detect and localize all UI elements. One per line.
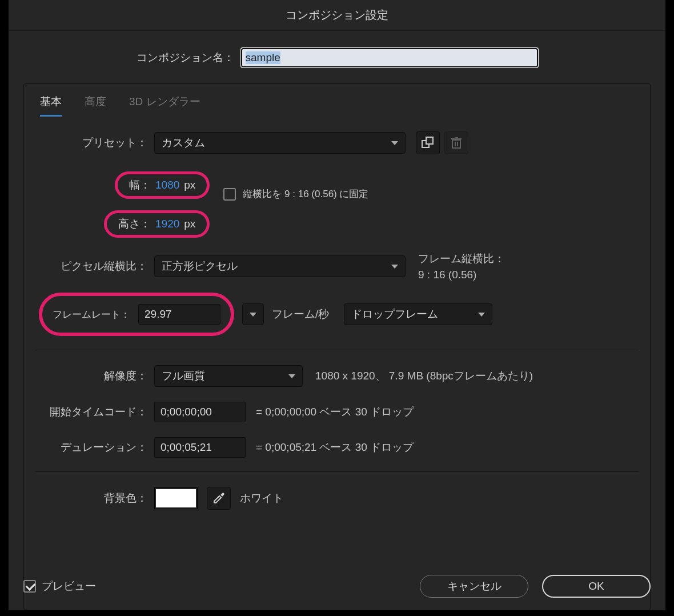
start-timecode-input[interactable] [154,402,246,422]
preset-select[interactable]: カスタム [154,132,406,154]
preset-label: プリセット： [35,135,150,150]
duration-row: デュレーション： = 0;00;05;21 ベース 30 ドロップ [35,437,639,458]
resolution-info: 1080 x 1920、 7.9 MB (8bpcフレームあたり) [315,369,533,383]
tab-3d-renderer[interactable]: 3D レンダラー [129,94,200,117]
width-unit: px [184,179,195,191]
eyedropper-button[interactable] [207,487,231,510]
framerate-label: フレームレート： [53,308,130,321]
preview-label: プレビュー [42,579,96,594]
duration-input[interactable] [154,437,246,458]
duration-label: デュレーション： [35,440,150,455]
resolution-value: フル画質 [162,369,205,383]
chevron-down-icon [288,374,295,378]
start-timecode-info: = 0;00;00;00 ベース 30 ドロップ [256,405,414,419]
width-highlight: 幅： 1080 px [115,171,210,199]
height-value[interactable]: 1920 [155,218,179,230]
bgcolor-row: 背景色： ホワイト [35,487,639,510]
save-preset-button[interactable] [416,131,440,154]
bgcolor-label: 背景色： [35,491,150,506]
bgcolor-name: ホワイト [240,491,283,506]
preview-checkbox-row: プレビュー [23,579,96,594]
frame-aspect-value: 9 : 16 (0.56) [418,269,505,281]
framerate-highlight: フレームレート： [39,293,234,336]
start-timecode-label: 開始タイムコード： [35,405,150,419]
chevron-down-icon [391,141,398,145]
framerate-input[interactable] [138,304,220,325]
resolution-select[interactable]: フル画質 [154,365,303,387]
svg-rect-2 [452,140,460,148]
dialog-title: コンポジション設定 [9,0,665,31]
preset-row: プリセット： カスタム [35,131,639,154]
preview-checkbox[interactable] [23,580,36,593]
resolution-row: 解像度： フル画質 1080 x 1920、 7.9 MB (8bpcフレームあ… [35,365,639,387]
composition-settings-dialog: コンポジション設定 コンポジション名： 基本 高度 3D レンダラー プリセット… [9,0,665,610]
dialog-footer: プレビュー キャンセル OK [23,575,651,598]
preset-value: カスタム [162,135,205,150]
pixel-aspect-label: ピクセル縦横比： [35,259,150,274]
tab-basic[interactable]: 基本 [40,94,62,117]
tabs: 基本 高度 3D レンダラー [40,94,639,117]
ok-button[interactable]: OK [542,575,651,598]
framerate-row: フレームレート： フレーム/秒 ドロップフレーム [35,293,639,336]
lock-aspect-label: 縦横比を 9 : 16 (0.56) に固定 [243,187,368,201]
frames-per-second-label: フレーム/秒 [272,307,329,322]
lock-aspect-row: 縦横比を 9 : 16 (0.56) に固定 [223,187,368,201]
dimensions-block: 幅： 1080 px 高さ： 1920 px 縦横比を 9 : 16 (0.56… [35,171,639,238]
start-timecode-row: 開始タイムコード： = 0;00;00;00 ベース 30 ドロップ [35,402,639,422]
width-value[interactable]: 1080 [155,179,179,191]
composition-name-label: コンポジション名： [137,50,234,65]
eyedropper-icon [212,492,225,505]
frame-aspect-info: フレーム縦横比： 9 : 16 (0.56) [418,251,505,281]
height-label: 高さ： [118,217,151,231]
svg-rect-1 [426,137,433,144]
divider [35,350,639,350]
pixel-aspect-row: ピクセル縦横比： 正方形ピクセル フレーム縦横比： 9 : 16 (0.56) [35,251,639,281]
composition-name-input[interactable] [241,48,538,67]
cancel-button[interactable]: キャンセル [420,575,528,598]
tab-advanced[interactable]: 高度 [85,94,106,117]
chevron-down-icon [478,313,485,317]
lock-aspect-checkbox[interactable] [223,188,236,201]
divider [35,471,639,472]
framerate-dropdown-button[interactable] [242,303,264,325]
bgcolor-swatch[interactable] [154,487,198,509]
delete-preset-button [444,131,468,154]
width-label: 幅： [129,178,151,193]
duration-info: = 0;00;05;21 ベース 30 ドロップ [256,440,414,455]
resolution-label: 解像度： [35,369,150,383]
height-highlight: 高さ： 1920 px [104,210,210,238]
save-preset-icon [422,137,434,149]
chevron-down-icon [391,265,398,269]
composition-name-row: コンポジション名： [9,48,665,67]
pixel-aspect-select[interactable]: 正方形ピクセル [154,255,406,277]
chevron-down-icon [250,313,256,317]
height-unit: px [184,218,195,230]
dimensions-left: 幅： 1080 px 高さ： 1920 px [104,171,210,238]
dropframe-value: ドロップフレーム [351,307,438,322]
settings-panel: 基本 高度 3D レンダラー プリセット： カスタム [23,83,651,610]
pixel-aspect-value: 正方形ピクセル [162,259,238,274]
dropframe-select[interactable]: ドロップフレーム [344,303,492,325]
trash-icon [451,137,462,149]
frame-aspect-label: フレーム縦横比： [418,251,505,266]
